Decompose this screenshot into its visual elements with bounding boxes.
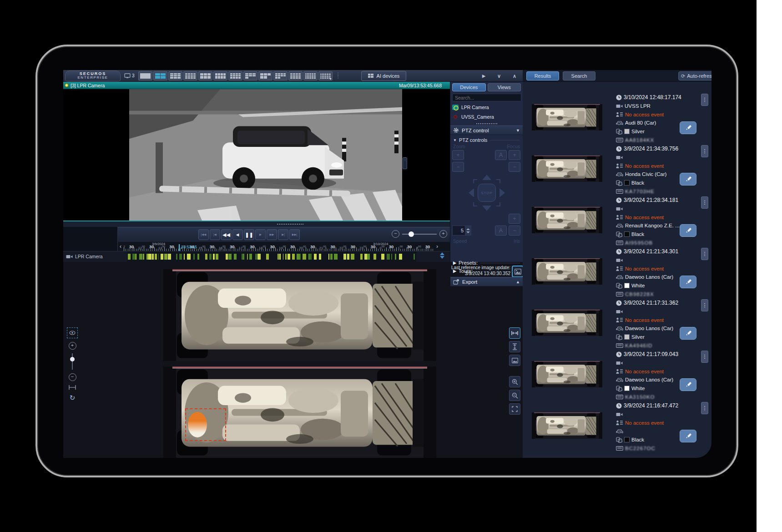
- layout-button[interactable]: [243, 71, 257, 80]
- zoom-in-icon[interactable]: +: [439, 230, 447, 238]
- fullscreen-button[interactable]: [509, 403, 520, 415]
- ptz-focus-auto-button[interactable]: A: [495, 150, 507, 160]
- fit-height-button[interactable]: [509, 341, 520, 352]
- uvss-scan-current[interactable]: [163, 269, 436, 361]
- ptz-downright-button[interactable]: [496, 202, 500, 206]
- scroll-right-icon[interactable]: ›: [436, 243, 438, 250]
- transport-button[interactable]: |◀◀: [198, 229, 209, 240]
- edit-event-button[interactable]: [680, 224, 696, 237]
- ptz-controls-subheader[interactable]: ▼ PTZ controls: [450, 135, 523, 144]
- selection-tool-button[interactable]: [67, 327, 78, 338]
- ptz-downleft-button[interactable]: [473, 202, 477, 206]
- tab-results[interactable]: Results: [526, 71, 559, 80]
- transport-button[interactable]: ▶: [255, 229, 266, 240]
- tab-devices[interactable]: Devices: [452, 83, 486, 91]
- result-entry[interactable]: 3/9/2024 21:17:31.362: [523, 298, 711, 350]
- entry-menu-button[interactable]: ⋮: [701, 402, 708, 414]
- device-list-item[interactable]: LPR Camera: [450, 102, 523, 112]
- ptz-iris-close-button[interactable]: −: [509, 226, 520, 236]
- zoom-slider-track[interactable]: [402, 234, 437, 235]
- spinner-arrows[interactable]: [465, 226, 471, 235]
- ptz-iris-open-button[interactable]: +: [509, 214, 520, 224]
- ptz-stop-button[interactable]: STOP: [478, 184, 496, 202]
- edit-event-button[interactable]: [680, 327, 696, 340]
- scan-zoom-slider[interactable]: [72, 353, 73, 370]
- magnify-in-button[interactable]: [509, 376, 520, 387]
- layout-button[interactable]: [198, 71, 212, 80]
- tab-search[interactable]: Search: [563, 71, 595, 80]
- drag-handle[interactable]: [277, 224, 303, 225]
- transport-button[interactable]: |◀: [210, 229, 220, 240]
- ptz-upleft-button[interactable]: [473, 179, 477, 183]
- entry-menu-button[interactable]: ⋮: [701, 94, 708, 106]
- hour-ruler[interactable]: 3/9/2024 3/10/2024 110030120030130030140…: [124, 242, 434, 251]
- zoom-slider-knob[interactable]: [409, 231, 414, 237]
- ptz-down-button[interactable]: [482, 206, 491, 211]
- tours-section[interactable]: ▶ Tours:: [450, 266, 523, 274]
- undercarriage-thumbnail[interactable]: [532, 207, 602, 233]
- result-entry[interactable]: 3/9/2024 21:16:47.472: [523, 401, 711, 452]
- slider-knob[interactable]: [70, 357, 75, 361]
- undercarriage-thumbnail[interactable]: [532, 361, 602, 387]
- layout-button[interactable]: [213, 71, 227, 80]
- result-entry[interactable]: 3/9/2024 21:28:34.181: [523, 196, 711, 247]
- undercarriage-thumbnail[interactable]: [532, 258, 602, 285]
- transport-button[interactable]: ▶▶: [267, 229, 277, 240]
- camera-activity-track[interactable]: [127, 251, 416, 262]
- lpr-video-view[interactable]: ⋮⋮: [63, 89, 450, 221]
- entry-menu-button[interactable]: ⋮: [701, 196, 708, 209]
- layout-button[interactable]: [138, 71, 152, 80]
- edit-event-button[interactable]: [680, 276, 696, 288]
- edit-event-button[interactable]: [680, 430, 696, 442]
- track-scroll-arrows[interactable]: [440, 252, 444, 259]
- transport-button[interactable]: ▶|: [278, 229, 288, 240]
- uvss-scan-reference[interactable]: [163, 366, 436, 458]
- refresh-scan-icon[interactable]: ↻: [70, 394, 76, 402]
- scroll-left-icon[interactable]: ‹: [120, 243, 121, 250]
- entry-menu-button[interactable]: ⋮: [701, 145, 708, 157]
- ptz-up-button[interactable]: [482, 175, 491, 180]
- layout-button[interactable]: [168, 71, 182, 80]
- result-entry[interactable]: 3/9/2024 21:21:34.301: [523, 247, 711, 298]
- edit-event-button[interactable]: [680, 121, 696, 134]
- tab-views[interactable]: Views: [488, 83, 521, 91]
- presets-section[interactable]: ▶ Presets:: [450, 257, 523, 266]
- layout-button[interactable]: [183, 71, 197, 80]
- layout-button[interactable]: [318, 71, 333, 80]
- measure-icon[interactable]: [68, 385, 76, 390]
- device-search-input[interactable]: [452, 94, 521, 101]
- fit-width-button[interactable]: [509, 327, 520, 339]
- ai-devices-tab[interactable]: AI devices: [361, 71, 407, 81]
- transport-button[interactable]: ◀: [232, 229, 243, 240]
- result-entry[interactable]: 3/9/2024 21:34:39.756: [523, 144, 711, 196]
- undercarriage-thumbnail[interactable]: [532, 412, 602, 439]
- layout-button[interactable]: [273, 71, 288, 80]
- ptz-control-header[interactable]: PTZ control ▼: [450, 125, 523, 135]
- transport-button[interactable]: ◀◀: [221, 229, 232, 240]
- zoom-out-button[interactable]: −: [69, 373, 76, 381]
- layout-button[interactable]: [288, 71, 303, 80]
- ptz-focus-out-button[interactable]: −: [509, 162, 520, 172]
- device-list-item[interactable]: UVSS_Camera: [450, 112, 523, 121]
- zoom-in-button[interactable]: +: [69, 342, 76, 350]
- layout-button[interactable]: [228, 71, 242, 80]
- ptz-iris-auto-button[interactable]: A: [495, 226, 507, 236]
- speed-spinner[interactable]: 5: [452, 226, 471, 236]
- ptz-upright-button[interactable]: [496, 179, 500, 183]
- undercarriage-thumbnail[interactable]: [532, 156, 602, 182]
- ptz-left-button[interactable]: [469, 188, 474, 197]
- play-layout-button[interactable]: ▶: [482, 74, 485, 78]
- edit-event-button[interactable]: [680, 173, 696, 186]
- ptz-zoom-out-button[interactable]: −: [452, 162, 464, 172]
- undercarriage-thumbnail[interactable]: [532, 310, 602, 336]
- panel-drag-handle[interactable]: [476, 123, 497, 124]
- result-entry[interactable]: 3/9/2024 21:17:09.043: [523, 350, 711, 401]
- layout-button[interactable]: [258, 71, 272, 80]
- export-header[interactable]: Export ▲: [450, 277, 523, 286]
- panel-splitter-handle[interactable]: ⋮⋮: [403, 157, 407, 169]
- magnify-out-button[interactable]: [509, 390, 520, 401]
- ptz-right-button[interactable]: [499, 188, 505, 197]
- ptz-zoom-in-button[interactable]: +: [452, 150, 464, 160]
- entry-menu-button[interactable]: ⋮: [701, 299, 708, 311]
- monitor-selector[interactable]: 3: [124, 73, 135, 79]
